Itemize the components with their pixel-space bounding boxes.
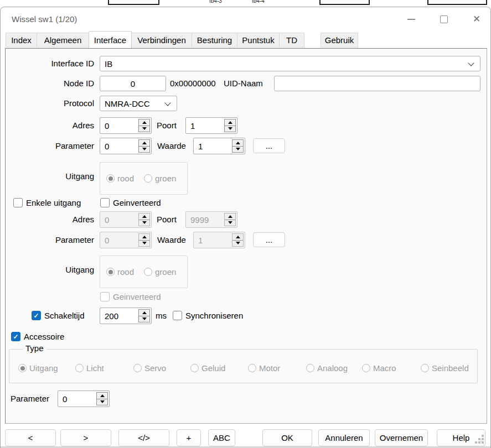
parameter-bottom-input[interactable]: [58, 391, 95, 407]
resize-grip[interactable]: [475, 435, 477, 437]
poort1-input[interactable]: [186, 118, 223, 133]
ms-unit-label: ms: [156, 311, 167, 320]
protocol-combobox[interactable]: NMRA-DCC: [100, 96, 177, 111]
synchroniseren-checkbox[interactable]: Synchroniseren: [173, 311, 243, 320]
arrow-down-icon: [142, 221, 147, 224]
accessoire-checkbox[interactable]: ✓ Accessoire: [11, 332, 64, 341]
arrow-down-icon: [236, 148, 240, 150]
maximize-icon: [440, 15, 448, 23]
add-button[interactable]: +: [177, 429, 201, 446]
waarde1-input[interactable]: [194, 138, 230, 154]
parameter-bottom-spin-up[interactable]: [97, 393, 107, 399]
enkele-uitgang-checkbox[interactable]: Enkele uitgang: [13, 198, 81, 207]
adres1-spin-down[interactable]: [139, 126, 149, 132]
poort1-spin-up[interactable]: [225, 119, 235, 126]
interface-id-combobox[interactable]: IB: [100, 56, 480, 71]
uitgang1-groen-radio: groen: [144, 174, 176, 183]
type-geluid-label: Geluid: [201, 363, 225, 373]
geinverteerd1-checkbox[interactable]: Geinverteerd: [100, 198, 161, 207]
uitgang2-groupbox: rood groen: [100, 256, 188, 288]
checkbox-unchecked-icon[interactable]: [173, 311, 182, 320]
node-hex-value: 0x00000000: [170, 79, 216, 88]
parameter-bottom-spin-down[interactable]: [97, 399, 107, 405]
cancel-button[interactable]: Annuleren: [318, 429, 370, 446]
uitgang1-rood-label: rood: [117, 174, 134, 183]
radio-unselected-icon: [248, 364, 256, 372]
tab-puntstuk[interactable]: Puntstuk: [237, 33, 280, 48]
waarde1-spin-down[interactable]: [232, 146, 243, 153]
schakeltijd-spinner[interactable]: [100, 308, 152, 324]
adres1-spinner[interactable]: [100, 117, 152, 134]
parameter-bottom-label: Parameter: [11, 394, 49, 403]
abc-button[interactable]: ABC: [208, 429, 235, 446]
geinverteerd2-checkbox: Geinverteerd: [100, 292, 161, 301]
code-button[interactable]: </>: [118, 429, 169, 446]
poort2-spin-up: [225, 213, 235, 220]
schakeltijd-label: Schakeltijd: [44, 311, 85, 320]
uitgang2-groen-radio: groen: [144, 267, 176, 277]
help-button[interactable]: Help: [437, 429, 485, 446]
checkbox-checked-icon[interactable]: ✓: [32, 311, 41, 320]
schakeltijd-spin-up[interactable]: [139, 310, 149, 316]
waarde2-spin-up: [232, 234, 243, 240]
parameter1-spinner[interactable]: [100, 138, 152, 154]
node-id-input[interactable]: [100, 76, 166, 91]
uitgang1-rood-radio: rood: [106, 174, 134, 183]
tab-verbindingen[interactable]: Verbindingen: [131, 33, 192, 48]
checkbox-unchecked-icon[interactable]: [13, 198, 23, 207]
arrow-up-icon: [100, 394, 105, 397]
track-plan-block: [108, 0, 159, 5]
adres1-input[interactable]: [100, 118, 137, 133]
poort1-spinner[interactable]: [185, 117, 237, 134]
tab-interface[interactable]: Interface: [89, 31, 132, 48]
titlebar[interactable]: Wissel sw1 (1/20) ✕: [1, 7, 490, 31]
parameter1-spin-down[interactable]: [139, 146, 149, 153]
tab-index[interactable]: Index: [6, 33, 37, 48]
parameter1-input[interactable]: [100, 138, 137, 154]
tab-gebruik[interactable]: Gebruik: [321, 33, 358, 48]
type-macro-radio: Macro: [362, 363, 396, 373]
minimize-button[interactable]: [404, 7, 418, 31]
adres2-spin-up: [139, 213, 149, 220]
type-motor-radio: Motor: [248, 363, 280, 373]
schakeltijd-spin-down[interactable]: [139, 316, 149, 322]
uid-name-input[interactable]: [274, 76, 480, 91]
type-analoog-radio: Analoog: [306, 363, 348, 373]
uitgang2-groen-label: groen: [155, 267, 176, 277]
adres1-spin-up[interactable]: [139, 119, 149, 126]
arrow-up-icon: [142, 215, 147, 218]
poort1-spin-down[interactable]: [225, 126, 235, 132]
arrow-down-icon: [100, 400, 105, 403]
checkbox-checked-icon[interactable]: ✓: [11, 332, 20, 341]
close-button[interactable]: ✕: [469, 7, 484, 31]
uid-name-label: UID-Naam: [224, 79, 263, 88]
waarde2-browse-button[interactable]: ...: [253, 232, 285, 247]
maximize-button[interactable]: [437, 7, 451, 31]
tab-besturing[interactable]: Besturing: [192, 33, 237, 48]
waarde1-label: Waarde: [157, 141, 186, 150]
type-legend: Type: [23, 343, 46, 353]
checkbox-unchecked-icon[interactable]: [100, 198, 110, 207]
waarde1-spinner[interactable]: [193, 138, 245, 154]
arrow-down-icon: [142, 148, 147, 150]
arrow-up-icon: [142, 236, 147, 238]
type-groupbox: Type Uitgang Licht Servo Geluid Motor: [9, 349, 478, 383]
waarde1-spin-up[interactable]: [232, 140, 243, 146]
parameter1-spin-up[interactable]: [139, 140, 149, 146]
type-uitgang-radio: Uitgang: [18, 363, 58, 373]
arrow-up-icon: [142, 121, 147, 124]
ok-button[interactable]: OK: [262, 429, 312, 446]
waarde2-label: Waarde: [157, 235, 186, 244]
parameter-bottom-spinner[interactable]: [58, 390, 110, 407]
radio-unselected-icon: [362, 364, 370, 372]
schakeltijd-checkbox[interactable]: ✓ Schakeltijd: [32, 311, 85, 320]
tab-td[interactable]: TD: [279, 33, 304, 48]
schakeltijd-input[interactable]: [100, 308, 137, 324]
apply-button[interactable]: Overnemen: [375, 429, 428, 446]
previous-button[interactable]: <: [5, 429, 56, 446]
type-motor-label: Motor: [259, 363, 280, 373]
window-title: Wissel sw1 (1/20): [12, 7, 77, 31]
next-button[interactable]: >: [60, 429, 111, 446]
tab-algemeen[interactable]: Algemeen: [37, 33, 89, 48]
waarde1-browse-button[interactable]: ...: [253, 138, 285, 153]
